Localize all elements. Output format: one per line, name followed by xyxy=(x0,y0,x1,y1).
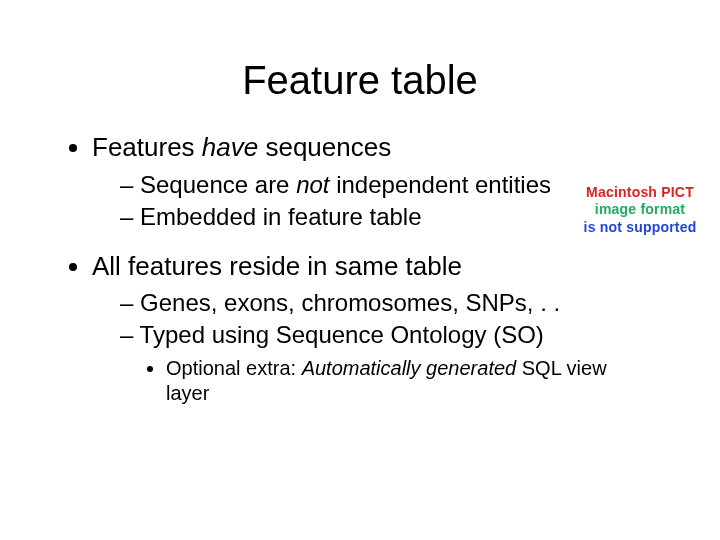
bullet-list-level1: Features have sequences Sequence are not… xyxy=(58,131,662,426)
text: Features xyxy=(92,132,202,162)
placeholder-line: image format xyxy=(595,201,685,219)
text-emph: have xyxy=(202,132,258,162)
text: Sequence are xyxy=(140,171,296,198)
bullet-list-level2: Genes, exons, chromosomes, SNPs, . . Typ… xyxy=(92,288,662,410)
bullet-list-level3: Optional extra: Automatically generated … xyxy=(120,356,662,408)
text: Embedded in feature table xyxy=(140,203,422,230)
bullet-optional-sql-view: Optional extra: Automatically generated … xyxy=(166,356,662,408)
bullet-all-features-same-table: All features reside in same table Genes,… xyxy=(92,250,662,427)
text: sequences xyxy=(258,132,391,162)
missing-image-placeholder: Macintosh PICT image format is not suppo… xyxy=(576,162,704,258)
text-emph: Automatically generated xyxy=(302,357,517,379)
bullet-genes-exons: Genes, exons, chromosomes, SNPs, . . xyxy=(120,288,662,320)
slide-title: Feature table xyxy=(0,0,720,131)
text: independent entities xyxy=(330,171,552,198)
text: All features reside in same table xyxy=(92,251,462,281)
text: Optional extra: xyxy=(166,357,302,379)
placeholder-line: is not supported xyxy=(584,219,697,237)
text: Typed using Sequence Ontology (SO) xyxy=(140,321,544,348)
text-emph: not xyxy=(296,171,329,198)
text: Genes, exons, chromosomes, SNPs, . . xyxy=(140,289,560,316)
slide: Feature table Features have sequences Se… xyxy=(0,0,720,540)
placeholder-line: Macintosh PICT xyxy=(586,184,694,202)
bullet-typed-so: Typed using Sequence Ontology (SO) Optio… xyxy=(120,320,662,410)
